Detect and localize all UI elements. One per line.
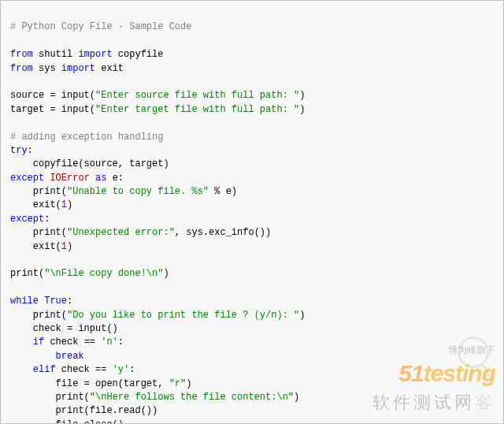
file-close: file.close() [10,419,124,424]
print-call: print( [10,310,67,321]
check-assign: check = input() [10,323,118,334]
str-prompt: "Do you like to print the file ? (y/n): … [67,310,299,321]
mod-sys: sys [33,63,61,74]
ioerror: IOError [44,173,95,184]
print-call: print( [10,268,44,279]
kw-except: except [10,214,44,225]
comment-exc: # adding exception handling [10,132,163,143]
tgt-assign: target = input( [10,104,95,115]
str-y: 'y' [113,364,130,375]
kw-try: try [10,145,28,156]
paren: ) [299,90,305,101]
kw-import: import [61,63,95,74]
print-read: print(file.read()) [10,405,158,416]
kw-if: if [10,337,44,348]
kw-except: except [10,173,44,184]
print-call: print( [10,227,67,238]
str-unable: "Unable to copy file. %s" [67,186,209,197]
num-1: 1 [61,241,67,252]
kw-as: as [95,173,106,184]
kw-true: True [39,296,67,307]
paren: ) [67,199,72,210]
paren: ) [186,378,191,389]
paren: ) [299,310,305,321]
colon: : [44,214,50,225]
str-source: "Enter source file with full path: " [95,90,299,101]
num-1: 1 [61,199,67,210]
paren: ) [299,104,305,115]
kw-elif: elif [10,364,56,375]
str-target: "Enter target file with full path: " [95,104,299,115]
kw-from: from [10,49,33,60]
call-copyfile: copyfile(source, target) [10,158,169,169]
colon: : [129,364,135,375]
cond: check == [56,364,113,375]
comment-title: # Python Copy File - Sample Code [10,21,191,32]
paren: ) [67,241,72,252]
fn-exit: exit [95,63,124,74]
print-call: print( [10,186,67,197]
paren: ) [163,268,169,279]
kw-while: while [10,296,39,307]
fn-copyfile: copyfile [113,49,164,60]
kw-break: break [10,351,84,362]
mod-shutil: shutil [33,49,79,60]
open-call: file = open(target, [10,378,169,389]
paren: ) [294,392,299,403]
exit-call: exit( [10,241,61,252]
var-e: e: [106,173,124,184]
excinfo: , sys.exc_info()) [175,227,271,238]
print-call: print( [10,392,90,403]
kw-import: import [78,49,112,60]
str-follows: "\nHere follows the file content:\n" [90,392,294,403]
fmt-e: % e) [209,186,237,197]
src-assign: source = input( [10,90,95,101]
cond: check == [44,337,101,348]
kw-from: from [10,63,33,74]
colon: : [118,337,124,348]
colon: : [28,145,33,156]
str-n: 'n' [101,337,118,348]
code-block: # Python Copy File - Sample Code from sh… [10,7,494,424]
str-done: "\nFile copy done!\n" [44,268,163,279]
str-r: "r" [169,378,187,389]
colon: : [67,296,72,307]
exit-call: exit( [10,199,61,210]
str-unexpected: "Unexpected error:" [67,227,175,238]
magnifier-icon [458,337,489,368]
